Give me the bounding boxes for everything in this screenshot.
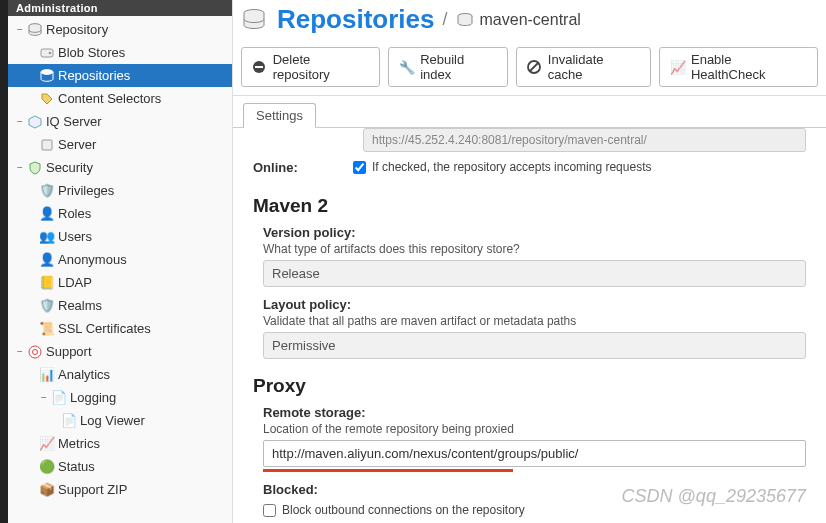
label: Repository [44, 22, 108, 37]
version-policy-select[interactable]: Release [263, 260, 806, 287]
version-policy-hint: What type of artifacts does this reposit… [263, 242, 806, 256]
zip-icon: 📦 [38, 482, 56, 497]
online-checkbox[interactable] [353, 161, 366, 174]
hex-icon [26, 115, 44, 129]
collapse-icon: − [14, 162, 26, 173]
person-icon: 👤 [38, 206, 56, 221]
admin-header: Administration [8, 0, 232, 16]
sidebar-item-server[interactable]: Server [8, 133, 232, 156]
sidebar-item-status[interactable]: 🟢Status [8, 455, 232, 478]
svg-point-2 [49, 51, 52, 54]
tab-settings[interactable]: Settings [243, 103, 316, 128]
collapse-icon: − [14, 116, 26, 127]
healthcheck-button[interactable]: 📈Enable HealthCheck [659, 47, 818, 87]
svg-point-7 [33, 349, 38, 354]
sidebar-item-ssl[interactable]: 📜SSL Certificates [8, 317, 232, 340]
sidebar-item-users[interactable]: 👥Users [8, 225, 232, 248]
sidebar-item-blob-stores[interactable]: Blob Stores [8, 41, 232, 64]
main-panel: Repositories / maven-central Delete repo… [233, 0, 826, 523]
database-icon [26, 23, 44, 37]
chart-icon: 📊 [38, 367, 56, 382]
remote-storage-input[interactable] [263, 440, 806, 467]
proxy-section-title: Proxy [253, 375, 806, 397]
sidebar-item-logging[interactable]: −📄Logging [8, 386, 232, 409]
blocked-checkbox[interactable] [263, 504, 276, 517]
highlight-underline [263, 469, 513, 472]
collapse-icon: − [38, 392, 50, 403]
sidebar-item-anonymous[interactable]: 👤Anonymous [8, 248, 232, 271]
sidebar-item-support[interactable]: − Support [8, 340, 232, 363]
sidebar: Administration − Repository Blob Stores … [8, 0, 233, 523]
blocked-label: Blocked: [263, 482, 806, 497]
shield-icon [26, 161, 44, 175]
rebuild-button[interactable]: 🔧Rebuild index [388, 47, 508, 87]
sidebar-item-privileges[interactable]: 🛡️Privileges [8, 179, 232, 202]
label: Blob Stores [56, 45, 125, 60]
chart-line-icon: 📈 [670, 60, 685, 75]
badge-icon: 🛡️ [38, 183, 56, 198]
database-icon [38, 69, 56, 83]
breadcrumb-separator: / [443, 9, 448, 30]
label: Content Selectors [56, 91, 161, 106]
breadcrumb: Repositories / maven-central [233, 0, 826, 43]
disk-icon [38, 46, 56, 60]
ban-icon [527, 60, 542, 74]
doc-icon: 📄 [50, 390, 68, 405]
sidebar-item-support-zip[interactable]: 📦Support ZIP [8, 478, 232, 501]
remote-storage-label: Remote storage: [263, 405, 806, 420]
status-icon: 🟢 [38, 459, 56, 474]
page-title[interactable]: Repositories [277, 4, 435, 35]
tab-bar: Settings [233, 96, 826, 128]
layout-policy-label: Layout policy: [263, 297, 806, 312]
lifebuoy-icon [26, 345, 44, 359]
collapse-icon: − [14, 24, 26, 35]
book-icon: 📒 [38, 275, 56, 290]
sidebar-item-security[interactable]: − Security [8, 156, 232, 179]
svg-rect-5 [42, 140, 52, 150]
svg-point-3 [41, 69, 53, 74]
url-display: https://45.252.4.240:8081/repository/mav… [363, 128, 806, 152]
invalidate-button[interactable]: Invalidate cache [516, 47, 651, 87]
file-icon: 📄 [60, 413, 78, 428]
gauge-icon: 📈 [38, 436, 56, 451]
version-policy-label: Version policy: [263, 225, 806, 240]
svg-marker-4 [29, 116, 41, 128]
breadcrumb-current: maven-central [456, 11, 581, 29]
wrench-icon: 🔧 [399, 60, 414, 75]
server-icon [38, 138, 56, 152]
sidebar-item-realms[interactable]: 🛡️Realms [8, 294, 232, 317]
svg-rect-11 [255, 66, 263, 68]
sidebar-item-metrics[interactable]: 📈Metrics [8, 432, 232, 455]
blocked-hint: Block outbound connections on the reposi… [282, 503, 525, 517]
layout-policy-select[interactable]: Permissive [263, 332, 806, 359]
sidebar-item-analytics[interactable]: 📊Analytics [8, 363, 232, 386]
sidebar-item-repository[interactable]: − Repository [8, 18, 232, 41]
form-content: https://45.252.4.240:8081/repository/mav… [233, 128, 826, 523]
remote-storage-hint: Location of the remote repository being … [263, 422, 806, 436]
minus-circle-icon [252, 60, 267, 74]
sidebar-item-ldap[interactable]: 📒LDAP [8, 271, 232, 294]
shield-icon: 🛡️ [38, 298, 56, 313]
delete-button[interactable]: Delete repository [241, 47, 380, 87]
sidebar-item-log-viewer[interactable]: 📄Log Viewer [8, 409, 232, 432]
tag-icon [38, 92, 56, 106]
people-icon: 👥 [38, 229, 56, 244]
label: IQ Server [44, 114, 102, 129]
layout-policy-hint: Validate that all paths are maven artifa… [263, 314, 806, 328]
sidebar-item-roles[interactable]: 👤Roles [8, 202, 232, 225]
database-icon [241, 8, 269, 32]
label: Security [44, 160, 93, 175]
maven-section-title: Maven 2 [253, 195, 806, 217]
toolbar: Delete repository 🔧Rebuild index Invalid… [233, 43, 826, 96]
label: Repositories [56, 68, 130, 83]
sidebar-item-iq[interactable]: − IQ Server [8, 110, 232, 133]
sidebar-item-content-selectors[interactable]: Content Selectors [8, 87, 232, 110]
anon-icon: 👤 [38, 252, 56, 267]
svg-line-13 [530, 63, 538, 71]
database-icon [456, 12, 474, 28]
nav-tree: − Repository Blob Stores Repositories Co… [8, 16, 232, 501]
label: Server [56, 137, 96, 152]
sidebar-item-repositories[interactable]: Repositories [8, 64, 232, 87]
online-label: Online: [253, 160, 353, 175]
cert-icon: 📜 [38, 321, 56, 336]
